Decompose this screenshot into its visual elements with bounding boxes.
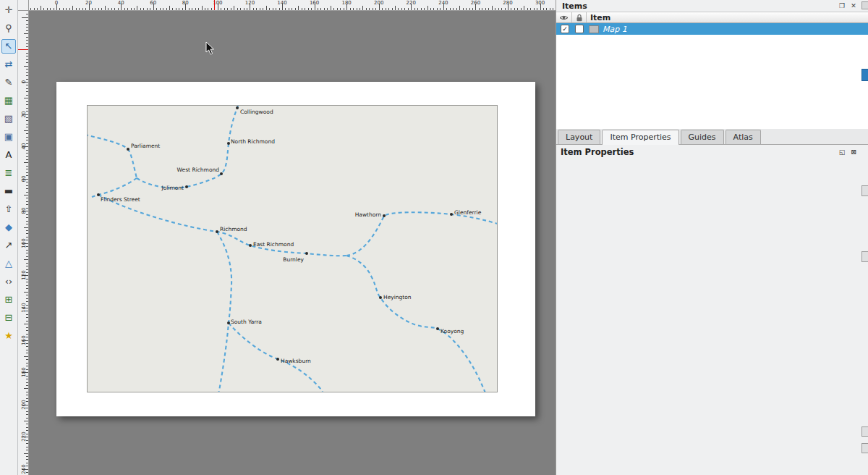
map-item[interactable]: CollingwoodParliamentNorth RichmondWest … [87,105,498,392]
add-legend-tool-icon[interactable]: ≣ [1,166,16,180]
layout-page[interactable]: CollingwoodParliamentNorth RichmondWest … [56,82,535,416]
collapse-all-icon[interactable]: ◱ [838,148,846,156]
station-label-parliament: Parliament [131,143,160,149]
add-north-arrow-tool-icon[interactable]: ⇧ [1,202,16,217]
ruler-label: 180 [20,367,28,378]
station-point-west-richmond [220,172,223,175]
ruler-label: 40 [20,141,28,152]
add-picture-tool-icon[interactable]: ▣ [1,130,16,144]
add-node-item-tool-icon[interactable]: △ [1,256,16,271]
horizontal-ruler[interactable]: 0204060801001201401601802002202402602803… [29,0,556,11]
ruler-label: 60 [20,173,28,184]
add-shape-tool-icon[interactable]: ◆ [1,220,16,235]
collapsed-dock-buttons[interactable] [861,1,868,9]
station-point-hawksburn [276,358,279,361]
station-point-collingwood [236,106,239,109]
station-point-kooyong [436,327,439,330]
add-label-tool-icon[interactable]: A [1,148,16,162]
ruler-label: 40 [114,0,127,6]
items-panel-title: Items [562,1,587,11]
station-label-north-richmond: North Richmond [231,138,275,145]
ruler-label: 280 [501,0,514,6]
lock-column-lock-icon [572,12,587,22]
ruler-label: 0 [50,0,63,6]
ruler-label: 100 [211,0,224,6]
ruler-label: 260 [469,0,482,6]
edit-nodes-tool-icon[interactable]: ✎ [1,75,16,90]
ruler-label: 180 [340,0,353,6]
station-label-glenferrie: Glenferrie [454,209,482,216]
collapsed-dock-fragment[interactable] [861,185,868,196]
ruler-label: 140 [20,303,28,314]
items-table-header: Item [556,12,868,23]
item-visibility-checkbox[interactable]: ✓ [561,25,569,33]
station-point-north-richmond [227,142,230,145]
station-label-hawthorn: Hawthorn [355,211,382,218]
tab-item-properties[interactable]: Item Properties [602,130,678,145]
pan-tool-icon[interactable]: ✛ [1,3,16,17]
tab-atlas[interactable]: Atlas [726,130,761,144]
add-3d-map-tool-icon[interactable]: ▧ [1,112,16,126]
ruler-label: 200 [20,399,28,410]
panel-tabs: LayoutItem PropertiesGuidesAtlas [556,129,868,145]
close-properties-icon[interactable]: ⊠ [849,148,858,156]
add-html-tool-icon[interactable]: ‹› [1,274,16,289]
close-panel-icon[interactable]: ✕ [849,2,858,10]
float-panel-icon[interactable]: ❐ [838,2,846,10]
tab-guides[interactable]: Guides [681,130,724,144]
rail-line-south-yarra-line [217,232,231,392]
rail-line-city-loop-west [88,135,137,178]
station-label-south-yarra: South Yarra [231,319,262,325]
item-column-header: Item [587,12,868,22]
ruler-label: 200 [373,0,386,6]
zoom-tool-icon[interactable]: ⚲ [1,21,16,35]
items-row[interactable]: ✓Map 1 [556,23,868,35]
collapsed-dock-fragment[interactable] [861,443,868,453]
map-svg: CollingwoodParliamentNorth RichmondWest … [88,106,497,392]
station-point-richmond [216,230,218,233]
vertical-ruler[interactable]: 020406080100120140160180200220240 [18,11,29,475]
station-point-south-yarra [227,321,230,324]
items-list[interactable]: ✓Map 1 [556,23,868,129]
tab-layout[interactable]: Layout [558,130,600,144]
ruler-label: 0 [20,77,28,88]
add-scalebar-tool-icon[interactable]: ▬ [1,184,16,198]
station-label-flinders-street: Flinders Street [101,196,140,203]
qgis-print-layout-window: ✛⚲↖⇄✎▦▧▣A≣▬⇧◆↗△‹›⊞⊟★ 0204060801001201401… [0,0,868,475]
item-properties-body [556,159,868,475]
station-point-jolimont [185,185,188,188]
ruler-label: 60 [147,0,160,6]
station-point-flinders-street [97,193,100,196]
select-move-item-tool-icon[interactable]: ↖ [1,39,16,54]
visibility-column-eye-icon [556,12,572,22]
add-arrow-tool-icon[interactable]: ↗ [1,238,16,253]
add-map-tool-icon[interactable]: ▦ [1,93,16,108]
collapsed-dock-fragment[interactable] [861,426,868,437]
station-point-parliament [127,148,129,151]
station-label-kooyong: Kooyong [441,328,464,335]
station-label-east-richmond: East Richmond [253,241,294,248]
move-item-content-tool-icon[interactable]: ⇄ [1,57,16,72]
ruler-label: 120 [20,270,28,281]
map-item-icon [589,25,599,33]
ruler-label: 220 [404,0,417,6]
layout-canvas[interactable]: CollingwoodParliamentNorth RichmondWest … [29,11,556,475]
rail-line-lilydale-line [346,212,497,256]
station-label-burnley: Burnley [283,256,304,263]
cursor-position-marker [214,0,215,10]
collapsed-dock-tab[interactable] [861,69,868,81]
add-attribute-table-tool-icon[interactable]: ⊞ [1,293,16,307]
cursor-position-marker [18,49,28,50]
add-marker-tool-icon[interactable]: ★ [1,329,16,343]
ruler-label: 160 [308,0,321,6]
station-label-hawksburn: Hawksburn [281,358,311,364]
add-fixed-table-tool-icon[interactable]: ⊟ [1,311,16,325]
station-point-hawthorn [383,214,386,217]
collapsed-dock-fragment[interactable] [861,251,868,262]
ruler-corner [18,0,29,11]
item-lock-checkbox[interactable] [575,25,584,33]
ruler-label: 100 [20,238,28,248]
station-label-west-richmond: West Richmond [177,167,220,173]
ruler-label: 160 [20,335,28,345]
ruler-label: 300 [534,0,547,6]
